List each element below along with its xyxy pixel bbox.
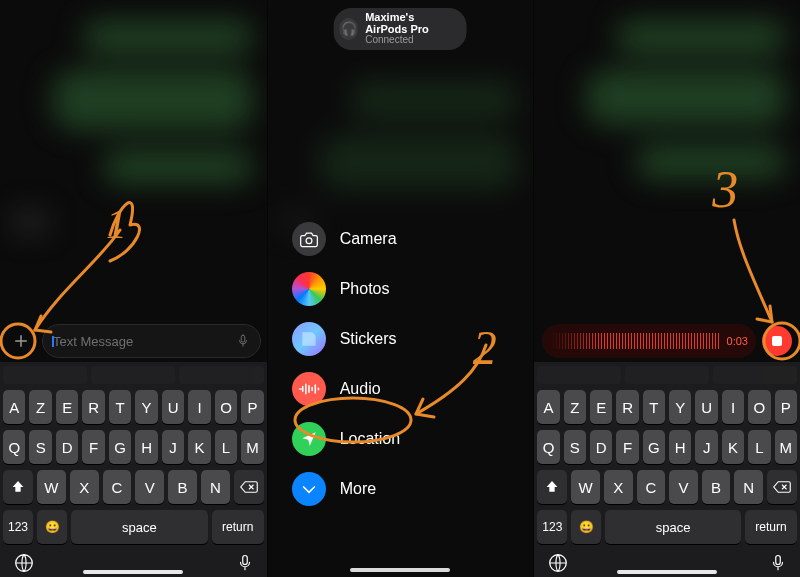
key-letter[interactable]: B (702, 470, 731, 504)
key-space[interactable]: space (71, 510, 208, 544)
keyboard[interactable]: A Z E R T Y U I O P Q S D F G H J K L (0, 362, 267, 577)
key-letter[interactable]: S (29, 430, 51, 464)
key-letter[interactable]: L (748, 430, 770, 464)
globe-icon[interactable] (547, 552, 569, 574)
key-letter[interactable]: T (643, 390, 665, 424)
key-letter[interactable]: G (109, 430, 131, 464)
key-backspace[interactable] (767, 470, 797, 504)
airpods-connected-pill[interactable]: 🎧 Maxime's AirPods Pro Connected (334, 8, 467, 50)
message-input[interactable]: Text Message (42, 324, 261, 358)
stop-icon (772, 336, 782, 346)
key-emoji[interactable]: 😀 (571, 510, 601, 544)
key-letter[interactable]: C (637, 470, 666, 504)
key-letter[interactable]: O (748, 390, 770, 424)
menu-item-more[interactable]: More (292, 471, 510, 507)
key-letter[interactable]: C (103, 470, 132, 504)
key-shift[interactable] (3, 470, 33, 504)
key-letter[interactable]: J (162, 430, 184, 464)
more-icon (292, 472, 326, 506)
key-letter[interactable]: W (571, 470, 600, 504)
home-indicator[interactable] (617, 570, 717, 574)
key-letter[interactable]: U (695, 390, 717, 424)
key-letter[interactable]: M (775, 430, 797, 464)
attach-plus-button[interactable] (6, 326, 36, 356)
keyboard-suggestion-bar[interactable] (3, 366, 264, 384)
key-emoji[interactable]: 😀 (37, 510, 67, 544)
key-letter[interactable]: W (37, 470, 66, 504)
menu-label: Photos (340, 280, 390, 298)
menu-item-location[interactable]: Location (292, 421, 510, 457)
keyboard-row-4: 123 😀 space return (3, 510, 264, 544)
audio-icon (292, 372, 326, 406)
key-letter[interactable]: K (722, 430, 744, 464)
key-letter[interactable]: F (616, 430, 638, 464)
key-letter[interactable]: V (135, 470, 164, 504)
key-letter[interactable]: I (722, 390, 744, 424)
mic-icon[interactable] (769, 552, 787, 574)
key-letter[interactable]: E (590, 390, 612, 424)
keyboard-row-2: Q S D F G H J K L M (3, 430, 264, 464)
key-letter[interactable]: Y (669, 390, 691, 424)
keyboard-row-3: W X C V B N (3, 470, 264, 504)
menu-item-stickers[interactable]: Stickers (292, 321, 510, 357)
key-return[interactable]: return (745, 510, 797, 544)
key-letter[interactable]: M (241, 430, 263, 464)
key-letter[interactable]: Q (537, 430, 559, 464)
key-letter[interactable]: D (590, 430, 612, 464)
key-letter[interactable]: A (537, 390, 559, 424)
key-letter[interactable]: Q (3, 430, 25, 464)
key-letter[interactable]: N (734, 470, 763, 504)
message-placeholder: Text Message (53, 334, 230, 349)
stop-recording-button[interactable] (762, 326, 792, 356)
key-letter[interactable]: N (201, 470, 230, 504)
key-shift[interactable] (537, 470, 567, 504)
key-letter[interactable]: H (135, 430, 157, 464)
keyboard-suggestion-bar[interactable] (537, 366, 797, 384)
key-letter[interactable]: R (616, 390, 638, 424)
airpods-icon: 🎧 (340, 18, 357, 40)
menu-item-photos[interactable]: Photos (292, 271, 510, 307)
panel-step-2: 🎧 Maxime's AirPods Pro Connected Camera … (267, 0, 534, 577)
key-letter[interactable]: F (82, 430, 104, 464)
key-letter[interactable]: Y (135, 390, 157, 424)
key-letter[interactable]: U (162, 390, 184, 424)
key-letter[interactable]: A (3, 390, 25, 424)
key-letter[interactable]: E (56, 390, 78, 424)
key-letter[interactable]: Z (29, 390, 51, 424)
key-letter[interactable]: B (168, 470, 197, 504)
camera-icon (292, 222, 326, 256)
key-letter[interactable]: L (215, 430, 237, 464)
mic-icon[interactable] (236, 552, 254, 574)
key-letter[interactable]: V (669, 470, 698, 504)
key-letter[interactable]: D (56, 430, 78, 464)
key-numbers[interactable]: 123 (537, 510, 567, 544)
key-letter[interactable]: X (70, 470, 99, 504)
key-letter[interactable]: G (643, 430, 665, 464)
menu-item-audio[interactable]: Audio (292, 371, 510, 407)
key-letter[interactable]: P (241, 390, 263, 424)
menu-label: Stickers (340, 330, 397, 348)
menu-item-camera[interactable]: Camera (292, 221, 510, 257)
key-letter[interactable]: J (695, 430, 717, 464)
key-letter[interactable]: I (188, 390, 210, 424)
key-letter[interactable]: R (82, 390, 104, 424)
key-return[interactable]: return (212, 510, 264, 544)
key-letter[interactable]: T (109, 390, 131, 424)
key-letter[interactable]: P (775, 390, 797, 424)
key-letter[interactable]: K (188, 430, 210, 464)
location-icon (292, 422, 326, 456)
key-letter[interactable]: Z (564, 390, 586, 424)
key-numbers[interactable]: 123 (3, 510, 33, 544)
home-indicator[interactable] (83, 570, 183, 574)
key-letter[interactable]: H (669, 430, 691, 464)
key-backspace[interactable] (234, 470, 264, 504)
dictation-mic-icon[interactable] (236, 332, 250, 350)
compose-row: Text Message (0, 320, 267, 362)
key-space[interactable]: space (605, 510, 741, 544)
keyboard[interactable]: A Z E R T Y U I O P Q S D F G H J K L (534, 362, 800, 577)
home-indicator[interactable] (350, 568, 450, 572)
globe-icon[interactable] (13, 552, 35, 574)
key-letter[interactable]: S (564, 430, 586, 464)
key-letter[interactable]: O (215, 390, 237, 424)
key-letter[interactable]: X (604, 470, 633, 504)
